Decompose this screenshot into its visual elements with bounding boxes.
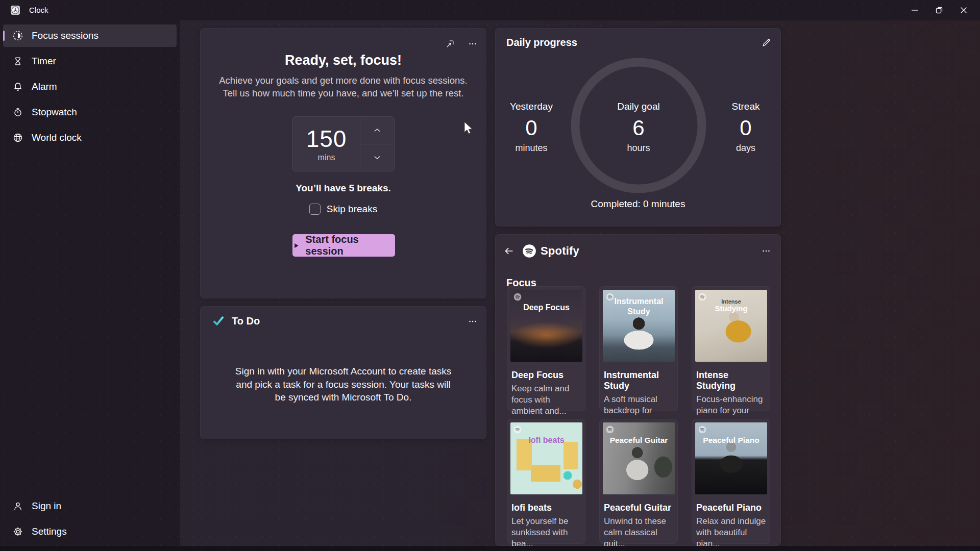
timer-icon [12,56,23,67]
sidebar-item-alarm[interactable]: Alarm [3,76,177,98]
skip-breaks-label: Skip breaks [327,204,377,215]
sidebar-item-label: World clock [32,132,82,143]
clock-app-icon [10,5,20,15]
playlist-artwork: lofi beats [510,422,582,494]
playlist-name: Deep Focus [510,370,582,381]
titlebar: Clock [0,0,980,20]
stat-label: Yesterday [496,100,567,113]
playlist-artwork: IntenseStudying [695,290,767,362]
artwork-text: Instrumental [614,297,663,306]
stat-yesterday: Yesterday 0 minutes [496,100,567,154]
todo-signin-message: Sign in with your Microsoft Account to c… [232,365,454,404]
daily-progress-card: Daily progress Yesterday 0 minutes Daily… [495,28,781,227]
spotify-mini-logo-icon [606,425,614,434]
restore-button[interactable] [927,0,951,20]
minutes-display[interactable]: 150 mins [293,117,360,171]
person-icon [12,500,23,512]
playlist-description: Keep calm and focus with ambient and... [510,383,582,417]
chevron-down-icon [373,154,381,162]
play-icon [292,242,300,249]
playlist-name: Peaceful Guitar [603,503,674,513]
stat-label: Streak [710,100,781,113]
playlist-tile-intense-studying[interactable]: IntenseStudying Intense Studying Focus-e… [692,286,770,411]
window-bottom-edge [0,546,980,551]
sidebar-item-focus-sessions[interactable]: Focus sessions [3,24,177,47]
stat-daily-goal: Daily goal 6 hours [603,100,674,154]
sidebar-item-world-clock[interactable]: World clock [3,127,177,149]
edit-goal-icon[interactable] [758,35,774,51]
completed-minutes-text: Completed: 0 minutes [496,198,780,210]
spotify-card: Spotify Focus Deep Focus Deep Focus Keep… [495,234,781,546]
stat-value: 6 [603,114,674,142]
focus-sessions-icon [12,30,23,41]
playlist-description: Let yourself be sunkissed with bea... [510,516,582,549]
playlist-description: Relax and indulge with beautiful pian... [695,516,767,549]
playlist-tile-peaceful-piano[interactable]: Peaceful Piano Peaceful Piano Relax and … [692,419,770,544]
stat-value: 0 [710,114,781,142]
breaks-info-text: You’ll have 5 breaks. [201,183,486,194]
playlist-name: Intense Studying [695,370,767,391]
window-title: Clock [29,6,48,14]
playlist-name: Instrumental Study [603,370,674,391]
stat-unit: hours [603,142,674,154]
back-arrow-icon[interactable] [501,243,517,259]
sidebar-item-timer[interactable]: Timer [3,50,177,72]
spotify-mini-logo-icon [698,425,706,434]
sidebar-item-label: Sign in [32,500,61,512]
popout-focus-icon[interactable] [442,36,458,52]
sidebar: Focus sessions Timer Alarm Stopwatch [0,20,180,551]
gear-icon [12,526,23,537]
minutes-decrease-button[interactable] [360,144,394,171]
mouse-cursor [463,121,474,136]
playlist-tile-lofi-beats[interactable]: lofi beats lofi beats Let yourself be su… [507,419,585,544]
sidebar-item-label: Settings [32,526,67,537]
playlist-name: lofi beats [510,503,582,513]
sidebar-item-stopwatch[interactable]: Stopwatch [3,101,177,123]
more-options-icon[interactable] [464,36,481,52]
minutes-value: 150 [306,126,347,152]
daily-progress-title: Daily progress [506,37,577,48]
spotify-more-options-icon[interactable] [758,243,774,259]
stopwatch-icon [12,107,23,118]
minimize-button[interactable] [902,0,927,20]
minutes-unit: mins [318,153,335,162]
window-controls [902,0,976,20]
alarm-bell-icon [12,81,23,92]
artwork-text: Studying [695,305,767,313]
stat-unit: minutes [496,142,567,154]
todo-card-title: To Do [232,315,260,327]
start-button-label: Start focus session [305,234,395,257]
playlist-tile-instrumental-study[interactable]: InstrumentalStudy Instrumental Study A s… [599,286,678,411]
playlist-tile-deep-focus[interactable]: Deep Focus Deep Focus Keep calm and focu… [507,286,585,411]
sidebar-item-label: Focus sessions [32,30,99,41]
todo-more-options-icon[interactable] [464,313,481,330]
sidebar-item-settings[interactable]: Settings [3,520,177,543]
stat-value: 0 [496,114,567,142]
artwork-text: Peaceful Guitar [610,436,668,444]
skip-breaks-checkbox[interactable] [309,204,321,215]
playlist-artwork: Peaceful Guitar [603,422,675,494]
todo-check-icon [212,314,225,328]
start-focus-session-button[interactable]: Start focus session [292,234,395,257]
sidebar-bottom: Sign in Settings [3,495,177,546]
sidebar-nav: Focus sessions Timer Alarm Stopwatch [3,24,177,152]
todo-card: To Do Sign in with your Microsoft Accoun… [200,306,486,439]
artwork-text: Deep Focus [523,303,570,312]
artwork-text: Study [627,307,650,316]
spotify-wordmark: Spotify [541,244,579,258]
stat-unit: days [710,142,781,154]
world-clock-icon [12,132,23,143]
playlist-artwork: Deep Focus [510,290,582,362]
playlist-description: Unwind to these calm classical guit... [603,516,674,549]
sidebar-item-sign-in[interactable]: Sign in [3,495,177,517]
stat-streak: Streak 0 days [710,100,781,154]
sidebar-item-label: Alarm [32,81,57,92]
minutes-increase-button[interactable] [360,117,394,144]
clock-app-window: Clock Focus sessions [0,0,980,551]
focus-card-subtitle: Achieve your goals and get more done wit… [216,74,471,99]
close-button[interactable] [951,0,976,20]
spotify-logo-icon [522,244,536,258]
focus-card-title: Ready, set, focus! [201,53,486,68]
playlist-tile-peaceful-guitar[interactable]: Peaceful Guitar Peaceful Guitar Unwind t… [599,419,678,544]
playlist-artwork: InstrumentalStudy [603,290,675,362]
